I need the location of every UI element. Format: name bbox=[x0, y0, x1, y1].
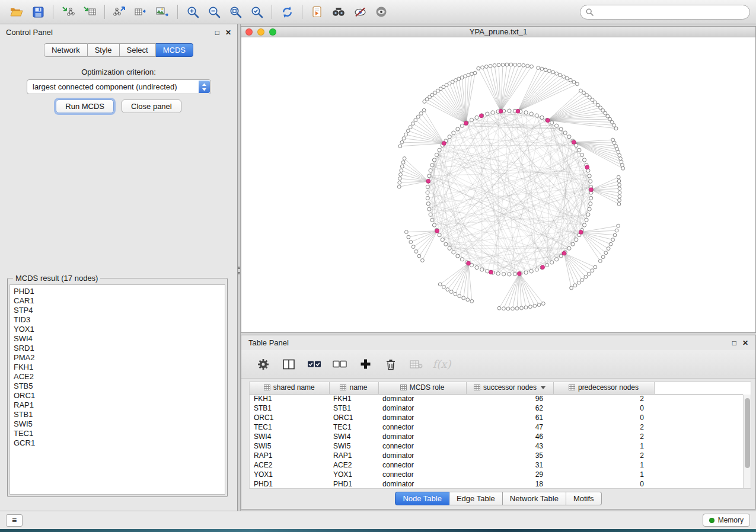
mcds-result-item[interactable]: STB1 bbox=[14, 410, 221, 419]
table-row[interactable]: SWI5SWI5connector431 bbox=[250, 441, 743, 451]
scrollbar-thumb[interactable] bbox=[745, 398, 750, 468]
add-column-button[interactable] bbox=[355, 354, 375, 374]
table-panel-tabs: Node TableEdge TableNetwork TableMotifs bbox=[395, 492, 601, 505]
table-cell: 2 bbox=[553, 451, 654, 460]
mcds-result-title: MCDS result (17 nodes) bbox=[13, 274, 100, 283]
show-columns-button[interactable] bbox=[279, 354, 299, 374]
mcds-result-item[interactable]: PMA2 bbox=[14, 353, 221, 363]
mcds-result-item[interactable]: YOX1 bbox=[14, 325, 221, 334]
tab-edge-table[interactable]: Edge Table bbox=[449, 492, 503, 505]
find-button[interactable] bbox=[328, 2, 349, 21]
column-header-successor-nodes[interactable]: successor nodes bbox=[466, 382, 553, 394]
table-cell: YOX1 bbox=[250, 470, 329, 479]
save-session-button[interactable] bbox=[27, 2, 49, 21]
table-row[interactable]: ACE2ACE2connector311 bbox=[250, 460, 743, 470]
filter-hide-button[interactable] bbox=[349, 2, 371, 21]
table-cell: 61 bbox=[466, 413, 553, 422]
table-row[interactable]: RAP1RAP1dominator352 bbox=[250, 451, 743, 460]
criterion-select[interactable]: largest connected component (undirected) bbox=[27, 79, 211, 94]
mcds-result-item[interactable]: SRD1 bbox=[14, 344, 221, 353]
column-header-shared-name[interactable]: shared name bbox=[250, 382, 329, 394]
tab-motifs[interactable]: Motifs bbox=[566, 492, 602, 505]
export-table-button[interactable] bbox=[130, 2, 152, 21]
run-mcds-button[interactable]: Run MCDS bbox=[56, 100, 114, 113]
mcds-result-item[interactable]: CAR1 bbox=[14, 296, 221, 306]
table-row[interactable]: PHD1PHD1dominator180 bbox=[250, 479, 743, 489]
window-minimize-icon[interactable] bbox=[257, 28, 264, 36]
mcds-result-list[interactable]: PHD1CAR1STP4TID3YOX1SWI4SRD1PMA2FKH1ACE2… bbox=[9, 284, 225, 495]
import-table-button[interactable] bbox=[79, 2, 100, 21]
mcds-result-item[interactable]: STP4 bbox=[14, 306, 221, 315]
network-window-titlebar[interactable]: YPA_prune.txt_1 bbox=[241, 27, 755, 37]
float-panel-icon[interactable]: □ bbox=[215, 29, 219, 36]
mcds-result-item[interactable]: GCR1 bbox=[14, 438, 221, 448]
table-cell: 47 bbox=[466, 422, 553, 432]
mcds-result-item[interactable]: TEC1 bbox=[14, 429, 221, 438]
export-image-button[interactable] bbox=[152, 2, 173, 21]
refresh-view-button[interactable] bbox=[276, 2, 298, 21]
splitter-collapse-icon[interactable] bbox=[238, 266, 240, 269]
table-cell: 18 bbox=[466, 479, 553, 489]
clone-network-button[interactable] bbox=[307, 2, 328, 21]
column-header-predecessor-nodes[interactable]: predecessor nodes bbox=[553, 382, 654, 394]
zoom-in-button[interactable] bbox=[182, 2, 203, 21]
table-cell-filler bbox=[654, 460, 743, 470]
table-row[interactable]: TEC1TEC1connector472 bbox=[250, 422, 743, 432]
column-header-name[interactable]: name bbox=[329, 382, 378, 394]
open-file-button[interactable] bbox=[6, 2, 27, 21]
mcds-result-item[interactable]: SWI4 bbox=[14, 334, 221, 344]
zoom-fit-button[interactable] bbox=[225, 2, 246, 21]
search-input[interactable] bbox=[597, 8, 744, 16]
eye-slash-icon bbox=[354, 7, 366, 18]
tab-mcds[interactable]: MCDS bbox=[156, 43, 193, 57]
table-cell-filler bbox=[654, 432, 743, 441]
network-canvas-svg[interactable] bbox=[241, 37, 755, 333]
table-row[interactable]: YOX1YOX1connector291 bbox=[250, 470, 743, 479]
table-row[interactable]: FKH1FKH1dominator962 bbox=[250, 394, 743, 403]
mcds-result-item[interactable]: RAP1 bbox=[14, 400, 221, 410]
search-field[interactable] bbox=[580, 5, 750, 20]
table-cell: FKH1 bbox=[250, 394, 329, 403]
select-all-button[interactable] bbox=[304, 354, 324, 374]
memory-button[interactable]: Memory bbox=[703, 514, 750, 527]
close-panel-icon[interactable]: ✕ bbox=[742, 339, 748, 347]
tab-network-table[interactable]: Network Table bbox=[503, 492, 566, 505]
tab-select[interactable]: Select bbox=[120, 43, 156, 57]
mcds-result-item[interactable]: PHD1 bbox=[14, 287, 221, 296]
window-zoom-icon[interactable] bbox=[269, 28, 276, 36]
table-cell: RAP1 bbox=[329, 451, 378, 460]
table-options-button[interactable] bbox=[253, 354, 273, 374]
tab-style[interactable]: Style bbox=[88, 43, 120, 57]
import-network-button[interactable] bbox=[58, 2, 79, 21]
mcds-result-item[interactable]: ACE2 bbox=[14, 372, 221, 382]
export-table-icon bbox=[135, 6, 148, 18]
splitter-expand-icon[interactable] bbox=[238, 272, 240, 275]
zoom-out-button[interactable] bbox=[203, 2, 225, 21]
mcds-result-item[interactable]: FKH1 bbox=[14, 363, 221, 372]
float-panel-icon[interactable]: □ bbox=[732, 339, 736, 347]
table-row[interactable]: ORC1ORC1dominator610 bbox=[250, 413, 743, 422]
mcds-result-item[interactable]: ORC1 bbox=[14, 391, 221, 400]
network-view-canvas[interactable] bbox=[241, 37, 755, 332]
table-cell: 0 bbox=[553, 403, 654, 413]
task-history-button[interactable]: ≡ bbox=[6, 514, 23, 527]
column-header-mcds-role[interactable]: MCDS role bbox=[378, 382, 466, 394]
table-cell: 2 bbox=[553, 394, 654, 403]
mcds-result-item[interactable]: TID3 bbox=[14, 315, 221, 325]
show-graphics-details-button[interactable] bbox=[371, 2, 392, 21]
delete-column-button[interactable] bbox=[381, 354, 401, 374]
mcds-result-item[interactable]: SWI5 bbox=[14, 419, 221, 429]
tab-node-table[interactable]: Node Table bbox=[395, 492, 449, 505]
mcds-result-item[interactable]: STB5 bbox=[14, 382, 221, 391]
window-close-icon[interactable] bbox=[245, 28, 253, 36]
zoom-selected-button[interactable] bbox=[246, 2, 267, 21]
table-row[interactable]: STB1STB1dominator620 bbox=[250, 403, 743, 413]
tab-network[interactable]: Network bbox=[44, 43, 88, 57]
close-panel-button[interactable]: Close panel bbox=[122, 100, 181, 113]
table-cell: connector bbox=[378, 460, 466, 470]
export-network-button[interactable] bbox=[109, 2, 130, 21]
close-panel-icon[interactable]: ✕ bbox=[225, 29, 231, 36]
table-vertical-scrollbar[interactable] bbox=[743, 395, 751, 488]
table-row[interactable]: SWI4SWI4dominator462 bbox=[250, 432, 743, 441]
unselect-all-button[interactable] bbox=[330, 354, 350, 374]
